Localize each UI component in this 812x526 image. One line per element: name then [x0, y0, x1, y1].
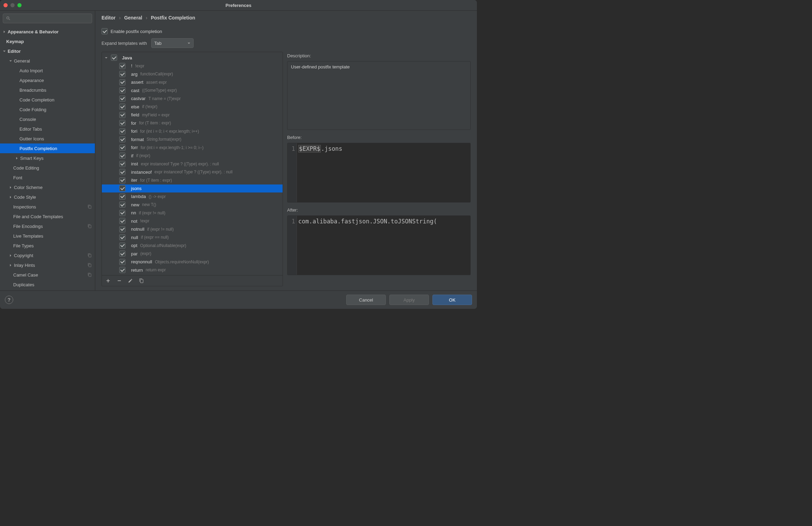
template-checkbox[interactable] — [119, 243, 125, 249]
sidebar-item[interactable]: Inlay Hints — [0, 260, 95, 270]
template-row[interactable]: reqnonnullObjects.requireNonNull(expr) — [102, 258, 283, 266]
template-checkbox[interactable] — [119, 169, 125, 175]
search-input[interactable] — [3, 14, 92, 23]
template-checkbox[interactable] — [119, 259, 125, 265]
template-checkbox[interactable] — [119, 218, 125, 224]
sidebar-item[interactable]: Keymap — [0, 36, 95, 46]
template-checkbox[interactable] — [119, 112, 125, 118]
sidebar-item[interactable]: Console — [0, 114, 95, 124]
template-language-root[interactable]: Java — [102, 54, 283, 62]
template-row[interactable]: cast((SomeType) expr) — [102, 87, 283, 95]
template-checkbox[interactable] — [119, 79, 125, 85]
template-row[interactable]: par(expr) — [102, 250, 283, 258]
template-row[interactable]: instexpr instanceof Type ? ((Type) expr)… — [102, 160, 283, 168]
template-checkbox[interactable] — [119, 63, 125, 69]
sidebar-item[interactable]: Appearance & Behavior — [0, 27, 95, 36]
sidebar-item[interactable]: Appearance — [0, 75, 95, 85]
template-row[interactable]: newnew T() — [102, 201, 283, 209]
template-checkbox[interactable] — [119, 177, 125, 183]
template-row[interactable]: lambda() -> expr — [102, 192, 283, 201]
sidebar-item[interactable]: Live Templates — [0, 231, 95, 241]
sidebar-item[interactable]: Breadcrumbs — [0, 85, 95, 95]
template-row[interactable]: not!expr — [102, 217, 283, 225]
template-row[interactable]: nullif (expr == null) — [102, 233, 283, 242]
breadcrumb-segment[interactable]: General — [124, 15, 142, 20]
sidebar-item[interactable]: Postfix Completion — [0, 143, 95, 153]
template-checkbox[interactable] — [119, 250, 125, 257]
template-row[interactable]: formatString.format(expr) — [102, 135, 283, 144]
templates-list[interactable]: Java!!exprargfunctionCall(expr)assertass… — [102, 52, 283, 275]
sidebar-item[interactable]: Color Scheme — [0, 182, 95, 192]
expand-key-select[interactable]: Tab — [151, 38, 194, 48]
template-row[interactable]: forfor (T item : expr) — [102, 119, 283, 128]
template-checkbox[interactable] — [119, 226, 125, 232]
sidebar-item[interactable]: Camel Case — [0, 270, 95, 280]
enable-postfix-row[interactable]: Enable postfix completion — [102, 26, 471, 36]
remove-icon[interactable]: − — [116, 278, 122, 283]
edit-icon[interactable] — [128, 278, 133, 283]
sidebar-item[interactable]: Font — [0, 173, 95, 182]
sidebar-item[interactable]: Duplicates — [0, 280, 95, 289]
template-row[interactable]: elseif (!expr) — [102, 103, 283, 111]
template-checkbox[interactable] — [119, 96, 125, 102]
template-checkbox[interactable] — [119, 87, 125, 93]
template-row[interactable]: argfunctionCall(expr) — [102, 70, 283, 79]
template-checkbox[interactable] — [119, 104, 125, 110]
template-row[interactable]: iterfor (T item : expr) — [102, 176, 283, 184]
template-checkbox[interactable] — [119, 153, 125, 159]
template-row[interactable]: forrfor (int i = expr.length-1; i >= 0; … — [102, 143, 283, 152]
zoom-icon[interactable] — [17, 3, 22, 7]
sidebar-item[interactable]: General — [0, 56, 95, 66]
sidebar-item[interactable]: Code Style — [0, 192, 95, 202]
template-checkbox[interactable] — [119, 120, 125, 126]
template-row[interactable]: optOptional.ofNullable(expr) — [102, 241, 283, 250]
template-row[interactable]: instanceofexpr instanceof Type ? ((Type)… — [102, 168, 283, 176]
minimize-icon[interactable] — [10, 3, 15, 7]
sidebar-item[interactable]: Auto Import — [0, 66, 95, 75]
add-icon[interactable]: + — [105, 278, 111, 283]
template-checkbox[interactable] — [119, 234, 125, 240]
breadcrumb-segment[interactable]: Postfix Completion — [151, 15, 195, 20]
template-row[interactable]: assertassert expr — [102, 78, 283, 87]
template-row[interactable]: notnullif (expr != null) — [102, 225, 283, 233]
template-row[interactable]: forifor (int i = 0; i < expr.length; i++… — [102, 127, 283, 135]
cancel-button[interactable]: Cancel — [346, 295, 386, 305]
template-checkbox[interactable] — [119, 202, 125, 208]
template-checkbox[interactable] — [119, 136, 125, 142]
enable-postfix-checkbox[interactable] — [102, 28, 108, 34]
template-checkbox[interactable] — [119, 145, 125, 151]
template-checkbox[interactable] — [119, 71, 125, 77]
ok-button[interactable]: OK — [432, 295, 472, 305]
settings-tree[interactable]: Appearance & BehaviorKeymapEditorGeneral… — [0, 26, 95, 290]
language-checkbox[interactable] — [111, 55, 117, 61]
sidebar-item[interactable]: Editor Tabs — [0, 124, 95, 134]
template-row[interactable]: returnreturn expr — [102, 266, 283, 274]
template-row[interactable]: nnif (expr != null) — [102, 209, 283, 217]
template-checkbox[interactable] — [119, 185, 125, 191]
duplicate-icon[interactable] — [139, 278, 144, 283]
sidebar-item[interactable]: Code Completion — [0, 95, 95, 105]
template-row[interactable]: ifif (expr) — [102, 152, 283, 160]
template-checkbox[interactable] — [119, 194, 125, 200]
sidebar-item[interactable]: Inspections — [0, 202, 95, 212]
sidebar-item[interactable]: File Types — [0, 241, 95, 250]
template-checkbox[interactable] — [119, 128, 125, 134]
sidebar-item[interactable]: Editor — [0, 46, 95, 56]
sidebar-item[interactable]: Code Editing — [0, 163, 95, 173]
template-row[interactable]: castvarT name = (T)expr — [102, 94, 283, 103]
sidebar-item[interactable]: File Encodings — [0, 221, 95, 231]
help-button[interactable]: ? — [5, 296, 13, 304]
sidebar-item[interactable]: Smart Keys — [0, 153, 95, 163]
close-icon[interactable] — [3, 3, 8, 7]
apply-button[interactable]: Apply — [389, 295, 429, 305]
template-checkbox[interactable] — [119, 267, 125, 273]
template-row[interactable]: !!expr — [102, 62, 283, 70]
sidebar-item[interactable]: Copyright — [0, 250, 95, 260]
sidebar-item[interactable]: File and Code Templates — [0, 212, 95, 221]
sidebar-item[interactable]: Gutter Icons — [0, 134, 95, 143]
breadcrumb-segment[interactable]: Editor — [102, 15, 115, 20]
template-row[interactable]: fieldmyField = expr — [102, 111, 283, 119]
sidebar-item[interactable]: Code Folding — [0, 105, 95, 114]
template-checkbox[interactable] — [119, 161, 125, 167]
template-checkbox[interactable] — [119, 210, 125, 216]
